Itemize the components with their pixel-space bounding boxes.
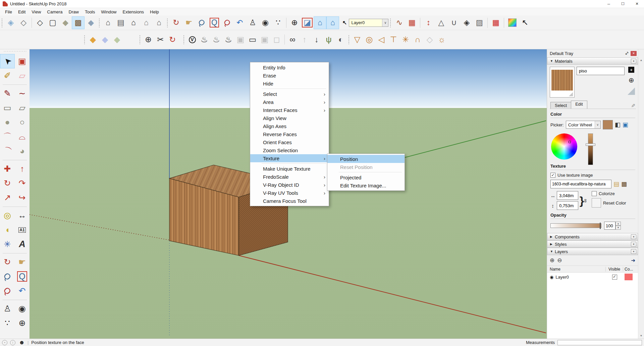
layer-color-swatch[interactable] xyxy=(625,274,633,280)
picker-dropdown[interactable]: Color Wheel ∨ xyxy=(566,121,601,129)
texture-filename-input[interactable] xyxy=(550,180,611,188)
match-screen-color-icon[interactable]: ▣ xyxy=(623,121,628,128)
zoom-button[interactable]: Q xyxy=(195,16,208,29)
toolbar-grip[interactable] xyxy=(183,35,185,44)
collapse-icon[interactable]: ▼ xyxy=(550,59,555,63)
make-unique-texture-menu-item[interactable]: Make Unique Texture xyxy=(250,165,329,173)
toolbar-grip[interactable] xyxy=(167,18,168,27)
texture-menu-item[interactable]: Texture › xyxy=(250,154,329,162)
camera-menu[interactable]: Camera xyxy=(44,8,65,15)
tools-menu[interactable]: Tools xyxy=(82,8,98,15)
default-material-icon[interactable] xyxy=(628,88,635,95)
view-menu[interactable]: View xyxy=(29,8,44,15)
scale-button[interactable]: ↗ xyxy=(0,190,15,205)
zoom-tool-button[interactable]: Q xyxy=(0,269,15,284)
offset-button[interactable]: ↪ xyxy=(15,190,30,205)
match-object-color-icon[interactable]: ◧ xyxy=(615,121,621,128)
v-ray-uv-tools-menu-item[interactable]: V-Ray UV Tools › xyxy=(250,189,329,197)
text-button[interactable]: A1 xyxy=(15,223,30,237)
intersect-faces-menu-item[interactable]: Intersect Faces › xyxy=(250,106,329,114)
credits-icon[interactable]: i xyxy=(10,340,15,345)
toolbar-grip[interactable] xyxy=(99,18,100,27)
camera-compass-button[interactable]: ⊕ xyxy=(288,16,301,29)
styles-section-header[interactable]: ▶ Styles ✕ xyxy=(547,240,638,248)
value-slider-handle[interactable] xyxy=(586,143,595,146)
eyedropper-icon[interactable]: ✎ xyxy=(630,104,636,108)
dimension-button[interactable]: ↔ xyxy=(15,208,30,223)
solar-north-button[interactable]: ↻ xyxy=(166,33,178,46)
look-around-button[interactable]: ◉ xyxy=(259,16,272,29)
eraser-button[interactable]: ▱ xyxy=(15,68,30,83)
export-proxy-button[interactable]: ↓ xyxy=(311,33,323,46)
spin-up-icon[interactable]: ▲ xyxy=(615,222,621,226)
edit-texture-icon[interactable]: ▩ xyxy=(621,180,627,188)
bevel-corner-button[interactable]: ◆ xyxy=(111,33,123,46)
texture-width-input[interactable] xyxy=(557,191,578,200)
rectangle-light-button[interactable]: ▽ xyxy=(351,33,363,46)
sphere-light-button[interactable]: ◎ xyxy=(363,33,375,46)
remove-layer-icon[interactable]: ⊖ xyxy=(557,257,562,264)
circle-button[interactable]: ● xyxy=(0,115,15,129)
wireframe-button[interactable]: ◇ xyxy=(34,16,46,29)
scroll-up-icon[interactable]: ▲ xyxy=(640,59,643,62)
xray-face-button[interactable]: ◈ xyxy=(4,16,17,29)
entity-info-menu-item[interactable]: Entity Info xyxy=(250,63,329,71)
select-button[interactable]: ➤ xyxy=(0,54,15,68)
measurements-input[interactable] xyxy=(557,340,642,345)
erase-menu-item[interactable]: Erase xyxy=(250,71,329,79)
layers-close-button[interactable]: ✕ xyxy=(631,249,636,254)
material-preview[interactable] xyxy=(550,67,575,98)
extensions-menu[interactable]: Extensions xyxy=(120,8,147,15)
tab-select[interactable]: Select xyxy=(550,102,571,109)
smoove-button[interactable]: ↕ xyxy=(422,16,435,29)
position-camera-button[interactable]: ♙ xyxy=(246,16,259,29)
front-view-button[interactable]: ⌂ xyxy=(127,16,140,29)
rectangle-button[interactable]: ▭ xyxy=(0,101,15,115)
zoom-extents-tool-button[interactable]: Q xyxy=(0,284,15,298)
use-texture-checkbox[interactable]: ✓ xyxy=(550,173,555,178)
help-menu[interactable]: Help xyxy=(147,8,162,15)
layer-visible-checkbox[interactable]: ✓ xyxy=(612,275,617,280)
maximize-button[interactable]: ☐ xyxy=(616,0,630,8)
chevron-down-icon[interactable]: ∨ xyxy=(595,121,600,128)
styles-close-button[interactable]: ✕ xyxy=(631,242,636,246)
opacity-slider-handle[interactable] xyxy=(600,223,601,229)
hide-menu-item[interactable]: Hide xyxy=(250,79,329,88)
add-detail-button[interactable]: ◈ xyxy=(460,16,473,29)
align-view-menu-item[interactable]: Align View xyxy=(250,114,329,122)
ies-light-button[interactable]: ⊤ xyxy=(387,33,399,46)
opacity-value-input[interactable] xyxy=(604,222,615,230)
position-camera-tool-button[interactable]: ♙ xyxy=(0,301,15,316)
window-menu[interactable]: Window xyxy=(98,8,119,15)
stamp-button[interactable]: △ xyxy=(435,16,447,29)
aspect-lock-icon[interactable]: ∞ xyxy=(583,199,589,203)
walk-button[interactable]: ∵ xyxy=(272,16,284,29)
layer-details-icon[interactable]: ➔ xyxy=(631,257,635,264)
shaded-with-textures-button[interactable]: ▩ xyxy=(72,16,85,29)
layer-row[interactable]: ◉ Layer0 ✓ xyxy=(547,273,638,281)
zoom-window-button[interactable]: Q xyxy=(208,16,221,29)
toolbar-grip[interactable] xyxy=(139,35,141,44)
from-contours-button[interactable]: ∿ xyxy=(393,16,406,29)
camera-focus-tool-menu-item[interactable]: Camera Focus Tool xyxy=(250,197,329,205)
round-corner-button[interactable]: ◆ xyxy=(87,33,99,46)
layers-section-header[interactable]: ▼ Layers ✕ xyxy=(547,248,638,255)
pan-tool-button[interactable]: ☛ xyxy=(15,255,30,269)
knife-button[interactable]: ✂ xyxy=(154,33,166,46)
tray-close-button[interactable]: ✕ xyxy=(631,51,637,56)
follow-me-button[interactable]: ↷ xyxy=(15,176,30,190)
sign-in-avatar-icon[interactable]: ☻ xyxy=(19,339,25,346)
position-menu-item[interactable]: Position xyxy=(327,155,405,163)
back-edges-button[interactable]: ◇ xyxy=(17,16,30,29)
layer-dropdown[interactable]: Layer0 ∨ xyxy=(349,19,388,27)
hidden-line-button[interactable]: ▢ xyxy=(46,16,59,29)
reset-color-swatch[interactable] xyxy=(592,198,601,208)
look-around-tool-button[interactable]: ◉ xyxy=(15,301,30,316)
colorize-checkbox[interactable] xyxy=(592,191,597,196)
from-scratch-button[interactable]: ▦ xyxy=(406,16,418,29)
geolocation-icon[interactable]: • xyxy=(2,340,7,345)
drape-button[interactable]: ∪ xyxy=(447,16,460,29)
secondary-pane-icon[interactable]: + xyxy=(628,67,634,73)
paint-bucket-button[interactable]: ✐ xyxy=(0,68,15,83)
arc-button[interactable]: ⌒ xyxy=(0,129,15,144)
